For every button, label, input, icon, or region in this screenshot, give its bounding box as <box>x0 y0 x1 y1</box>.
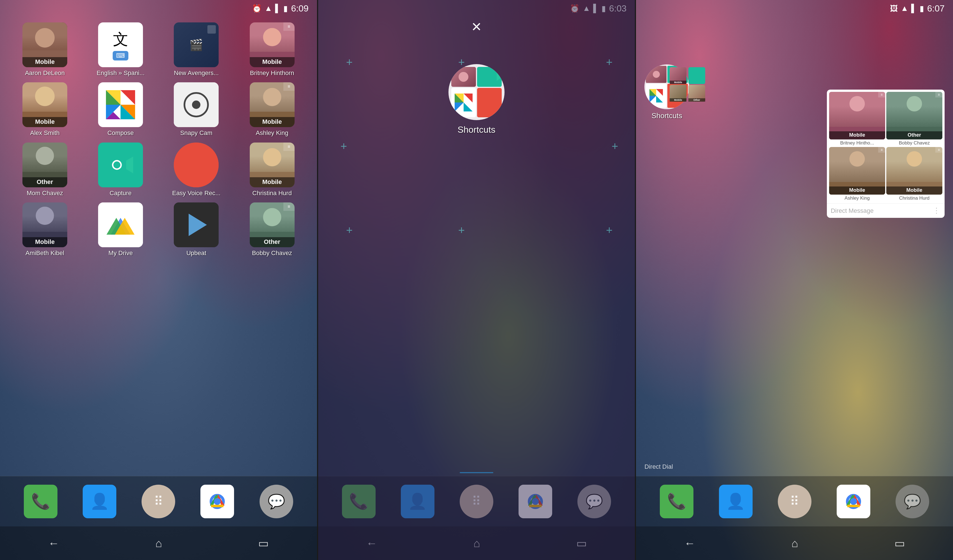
name-aaron: Aaron DeLeon <box>25 70 65 77</box>
app-icon-mydrive <box>98 203 143 247</box>
app-newavengers[interactable]: 🎬 New Avengers... <box>160 22 233 77</box>
chrome-icon-s1 <box>207 492 227 511</box>
app-bobby[interactable]: ≡ Other Bobby Chavez <box>236 203 309 257</box>
back-btn-s1[interactable]: ← <box>48 537 59 550</box>
nav-bar-s3: ← ⌂ ▭ <box>636 526 953 560</box>
app-ashley[interactable]: ≡ Mobile Ashley King <box>236 82 309 137</box>
name-easyvoice: Easy Voice Rec... <box>172 190 220 197</box>
name-amibeth: AmiBeth Kibel <box>25 249 64 257</box>
shortcuts-inner-grid <box>451 67 502 117</box>
app-icon-christina: ≡ Mobile <box>250 142 295 187</box>
wifi-icon-s3: ▲ <box>900 4 908 13</box>
app-icon-mom: Other <box>22 142 67 187</box>
nav-bar-s1: ← ⌂ ▭ <box>0 526 317 560</box>
plus-marker-1: + <box>346 56 352 69</box>
app-amibeth[interactable]: Mobile AmiBeth Kibel <box>8 203 81 257</box>
clock-s3: 6:07 <box>927 3 945 14</box>
popup-item-ashley[interactable]: ≡ Mobile Ashley King <box>829 147 885 201</box>
svg-marker-31 <box>656 89 663 96</box>
dock-chrome-s1[interactable] <box>200 485 234 518</box>
svg-marker-19 <box>464 93 473 102</box>
dock-apps-s1[interactable]: ⠿ <box>141 485 175 518</box>
plus-marker-7: + <box>458 224 465 237</box>
dock-chrome-s3[interactable] <box>837 485 870 518</box>
dock-s1: 📞 👤 ⠿ 💬 <box>0 476 317 526</box>
status-icons-s1: ⏰ ▲ ▌ ▮ <box>252 4 288 13</box>
name-newavengers: New Avengers... <box>174 70 219 77</box>
name-christina: Christina Hurd <box>252 190 292 197</box>
dock-contacts-s3[interactable]: 👤 <box>719 485 753 518</box>
name-ashley: Ashley King <box>256 129 288 137</box>
label-amibeth: Mobile <box>22 237 67 247</box>
shortcuts-popup: ≡ Mobile Britney Hintho... ≡ Other <box>827 90 945 218</box>
popup-footer-label: Direct Message <box>831 207 874 215</box>
popup-name-ashley: Ashley King <box>829 195 885 201</box>
dock-contacts-s1[interactable]: 👤 <box>83 485 116 518</box>
back-btn-s3[interactable]: ← <box>684 537 695 550</box>
mydrive-svg <box>105 212 136 237</box>
app-momchavez[interactable]: Other Mom Chavez <box>8 142 81 197</box>
close-button-s2[interactable]: × <box>472 17 481 36</box>
popup-name-bobby: Bobby Chavez <box>886 139 942 146</box>
recents-btn-s3[interactable]: ▭ <box>894 537 905 550</box>
label-christina: Mobile <box>250 177 295 187</box>
shortcuts-widget-drag[interactable]: Shortcuts <box>449 64 504 135</box>
shortcut-thumb-video <box>477 67 502 87</box>
home-btn-s1[interactable]: ⌂ <box>155 537 162 550</box>
tangram-svg <box>102 87 139 123</box>
app-snapcam[interactable]: Snapy Cam <box>160 82 233 137</box>
popup-grid: ≡ Mobile Britney Hintho... ≡ Other <box>827 90 945 203</box>
clock-s1: 6:09 <box>291 3 308 14</box>
battery-icon-s3: ▮ <box>920 4 924 13</box>
shortcut-thumb-tangram <box>451 88 476 118</box>
dock-messages-s1[interactable]: 💬 <box>259 485 293 518</box>
app-aaron[interactable]: Mobile Aaron DeLeon <box>8 22 81 77</box>
app-mydrive[interactable]: My Drive <box>84 203 157 257</box>
app-capture[interactable]: Capture <box>84 142 157 197</box>
dock-phone-s1[interactable]: 📞 <box>24 485 57 518</box>
screen1: ⏰ ▲ ▌ ▮ 6:09 Mobile Aaron DeLeon 文 <box>0 0 317 560</box>
status-icons-s3: 🖼 ▲ ▌ ▮ <box>890 4 924 13</box>
popup-label-christina: Mobile <box>886 187 942 195</box>
dock-apps-s3[interactable]: ⠿ <box>778 485 812 518</box>
svg-point-18 <box>214 498 220 505</box>
app-easyvoice[interactable]: Easy Voice Rec... <box>160 142 233 197</box>
name-compose: Compose <box>107 129 134 137</box>
plus-marker-6: + <box>346 224 352 237</box>
app-compose[interactable]: Compose <box>84 82 157 137</box>
popup-photo-ashley: ≡ Mobile <box>829 147 885 195</box>
label-aaron: Mobile <box>22 57 67 67</box>
app-grid-s1: Mobile Aaron DeLeon 文 ⌨ English » Spani.… <box>0 17 317 476</box>
app-alexsmith[interactable]: Mobile Alex Smith <box>8 82 81 137</box>
dock-phone-s3[interactable]: 📞 <box>660 485 694 518</box>
direct-dial-label: Direct Dial <box>644 463 673 470</box>
screen3: 🖼 ▲ ▌ ▮ 6:07 <box>636 0 953 560</box>
name-translate: English » Spani... <box>97 70 144 77</box>
app-icon-capture <box>98 142 143 187</box>
screenshot-icon-s3: 🖼 <box>890 4 898 13</box>
app-translate[interactable]: 文 ⌨ English » Spani... <box>84 22 157 77</box>
app-upbeat[interactable]: Upbeat <box>160 203 233 257</box>
dock-messages-s3[interactable]: 💬 <box>896 485 929 518</box>
plus-marker-5: + <box>612 140 618 153</box>
popup-item-britney[interactable]: ≡ Mobile Britney Hintho... <box>829 92 885 146</box>
app-icon-ashley: ≡ Mobile <box>250 82 295 127</box>
popup-item-christina[interactable]: ≡ Mobile Christina Hurd <box>886 147 942 201</box>
recents-btn-s1[interactable]: ▭ <box>258 537 269 550</box>
home-btn-s3[interactable]: ⌂ <box>792 537 798 550</box>
shortcuts-mini-contacts: Mobile Mobile Other <box>670 67 706 102</box>
shortcut-thumb-britney <box>451 67 476 87</box>
app-britney[interactable]: ≡ Mobile Britney Hinthorn <box>236 22 309 77</box>
label-ashley: Mobile <box>250 117 295 127</box>
name-snapcam: Snapy Cam <box>180 129 213 137</box>
plus-marker-2: + <box>458 56 465 69</box>
popup-item-bobby[interactable]: ≡ Other Bobby Chavez <box>886 92 942 146</box>
app-icon-aaron: Mobile <box>22 22 67 67</box>
popup-footer: Direct Message ⋮ <box>827 203 945 218</box>
popup-footer-dots[interactable]: ⋮ <box>933 206 941 215</box>
battery-icon: ▮ <box>283 4 287 13</box>
svg-marker-23 <box>464 102 473 111</box>
app-christina[interactable]: ≡ Mobile Christina Hurd <box>236 142 309 197</box>
svg-marker-34 <box>649 96 656 102</box>
status-bar-s3: 🖼 ▲ ▌ ▮ 6:07 <box>636 0 953 17</box>
